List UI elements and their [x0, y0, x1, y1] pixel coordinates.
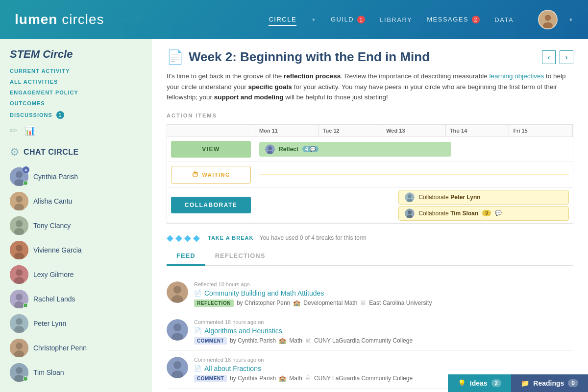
- week-title: Week 2: Beginning with the End in Mind: [189, 49, 430, 65]
- nav-guild[interactable]: GUILD 1: [331, 14, 365, 26]
- member-item[interactable]: Tony Clancy: [5, 213, 147, 238]
- feed-doc-icon: 📄: [194, 327, 201, 334]
- bottom-panel: 💡 Ideas 2 📁 Readings 0: [448, 374, 588, 392]
- user-avatar[interactable]: [538, 10, 558, 29]
- feed-item: Reflected 10 hours ago 📄 Community Build…: [167, 276, 573, 313]
- member-item[interactable]: Alisha Cantu: [5, 189, 147, 213]
- feed-subject: Math: [289, 337, 302, 344]
- svg-point-46: [173, 361, 181, 369]
- member-item[interactable]: Tim Sloan: [5, 360, 147, 385]
- feed-title[interactable]: 📄 Algorithms and Heuristics: [194, 327, 573, 335]
- feed-meta: REFLECTION by Christopher Penn 🏫 Develop…: [194, 300, 573, 307]
- ideas-tab[interactable]: 💡 Ideas 2: [448, 374, 512, 392]
- cal-header-thu: Thu 14: [446, 125, 510, 137]
- gantt-spacer: [167, 125, 255, 137]
- collaborate-bars-cell: Collaborate Peter Lynn Collaborate Tim S…: [255, 188, 573, 223]
- feed-tag: COMMENT: [194, 337, 227, 345]
- nav-links: CIRCLE ▼ GUILD 1 LIBRARY MESSAGES 2 DATA…: [269, 10, 573, 29]
- content-tabs: FEED REFLECTIONS: [167, 247, 573, 266]
- cal-header-tue: Tue 12: [319, 125, 383, 137]
- svg-point-7: [16, 196, 23, 203]
- reflect-label: Reflect: [279, 146, 298, 153]
- feed-title[interactable]: 📄 All about Fractions: [194, 365, 573, 372]
- sidebar-item-all-activities[interactable]: ALL ACTIVITIES: [10, 76, 142, 87]
- member-name: Christopher Penn: [33, 344, 87, 352]
- tim-comment-count: 9: [482, 210, 491, 216]
- collaborate-button[interactable]: COLLABORATE: [171, 197, 251, 213]
- sidebar-item-engagement-policy[interactable]: ENGAGEMENT POLICY: [10, 87, 142, 98]
- prev-week-button[interactable]: ‹: [542, 50, 556, 64]
- take-break-button[interactable]: TAKE A BREAK: [208, 235, 253, 241]
- svg-point-22: [16, 318, 23, 325]
- member-name: Vivienne Garcia: [33, 246, 82, 254]
- tab-reflections[interactable]: REFLECTIONS: [205, 247, 275, 266]
- member-item[interactable]: Christopher Penn: [5, 336, 147, 360]
- member-item[interactable]: Vivienne Garcia: [5, 238, 147, 262]
- collaborate-peter-label: Collaborate Peter Lynn: [418, 194, 480, 201]
- member-item[interactable]: ● Cynthia Parish: [5, 164, 147, 189]
- readings-label: Readings: [533, 379, 564, 387]
- main-panel: 📄 Week 2: Beginning with the End in Mind…: [152, 39, 588, 392]
- week-title-row: 📄 Week 2: Beginning with the End in Mind: [167, 49, 430, 65]
- feed-tag: COMMENT: [194, 375, 227, 382]
- week-description: It's time to get back in the groove of t…: [167, 71, 573, 103]
- cal-header-mon: Mon 11: [255, 125, 319, 137]
- logo[interactable]: lumen circles · · · · · ·: [15, 12, 269, 27]
- collaborate-button-cell: COLLABORATE: [167, 188, 255, 223]
- member-avatar: [10, 241, 28, 259]
- cal-header-fri: Fri 15: [509, 125, 573, 137]
- nav-data[interactable]: DATA: [494, 14, 514, 25]
- feed-time: Commented 18 hours ago on: [194, 357, 573, 363]
- readings-tab[interactable]: 📁 Readings 0: [511, 374, 588, 392]
- waiting-button[interactable]: WAITING: [171, 166, 251, 184]
- sidebar-item-discussions[interactable]: DISCUSSIONS 1: [10, 109, 142, 121]
- feed-avatar: [167, 281, 188, 303]
- top-navigation: lumen circles · · · · · · CIRCLE ▼ GUILD…: [0, 0, 588, 39]
- learning-objectives-link[interactable]: learning objectives: [489, 72, 544, 80]
- member-avatar: ●: [10, 167, 28, 186]
- nav-messages[interactable]: MESSAGES 2: [427, 14, 480, 26]
- waiting-bar: [259, 174, 569, 175]
- feed-by: by Cynthia Parish: [230, 337, 276, 344]
- feed-title[interactable]: 📄 Community Building and Math Attitudes: [194, 289, 573, 297]
- chat-circle-title: CHAT CIRCLE: [24, 148, 79, 157]
- nav-library[interactable]: LIBRARY: [380, 14, 412, 25]
- chat-circle-icon: ⚙: [10, 146, 20, 159]
- next-week-button[interactable]: ›: [560, 50, 573, 64]
- svg-point-13: [16, 245, 23, 252]
- pencil-icon[interactable]: ✏: [10, 125, 17, 136]
- chart-icon[interactable]: 📊: [24, 125, 35, 136]
- divider: 🏫: [279, 375, 286, 382]
- member-item[interactable]: Peter Lynn: [5, 311, 147, 336]
- nav-circle[interactable]: CIRCLE: [269, 14, 296, 26]
- feed-item: Commented 18 hours ago on 📄 Algorithms a…: [167, 313, 573, 351]
- readings-count: 0: [568, 379, 578, 387]
- divider2: 🏛: [305, 375, 311, 382]
- collaborate-peter-bar: Collaborate Peter Lynn: [398, 190, 569, 205]
- feed-content: Reflected 10 hours ago 📄 Community Build…: [194, 281, 573, 307]
- member-avatar: [10, 339, 28, 357]
- sidebar-item-current-activity[interactable]: CURRENT ACTIVITY: [10, 66, 142, 76]
- break-row: ◆◆◆◆ TAKE A BREAK You have used 0 of 4 b…: [167, 229, 573, 247]
- tab-feed[interactable]: FEED: [167, 247, 205, 266]
- member-name: Tony Clancy: [33, 222, 71, 230]
- sidebar-item-outcomes[interactable]: OUTCOMES: [10, 98, 142, 109]
- reflect-avatar: [265, 144, 275, 154]
- member-item[interactable]: Rachel Lands: [5, 287, 147, 311]
- svg-point-4: [16, 171, 23, 178]
- gantt-table: Mon 11 Tue 12 Wed 13 Thu 14 Fri 15 VIEW …: [167, 124, 573, 224]
- member-avatar: [10, 216, 28, 235]
- svg-point-37: [408, 210, 412, 214]
- member-list: ● Cynthia Parish Alisha Cantu Tony Clanc…: [0, 164, 152, 385]
- sidebar-tool-icons: ✏ 📊: [0, 121, 152, 143]
- sidebar-title: STEM Circle: [0, 39, 152, 66]
- svg-point-19: [16, 294, 23, 300]
- feed-time: Commented 18 hours ago on: [194, 319, 573, 325]
- week-header: 📄 Week 2: Beginning with the End in Mind…: [167, 49, 573, 65]
- break-dots: ◆◆◆◆: [167, 232, 202, 243]
- view-button[interactable]: VIEW: [171, 141, 251, 158]
- member-item[interactable]: Lexy Gilmore: [5, 262, 147, 287]
- sidebar: STEM Circle CURRENT ACTIVITY ALL ACTIVIT…: [0, 39, 152, 392]
- cal-header-wed: Wed 13: [382, 125, 446, 137]
- divider2: 🏛: [360, 300, 366, 306]
